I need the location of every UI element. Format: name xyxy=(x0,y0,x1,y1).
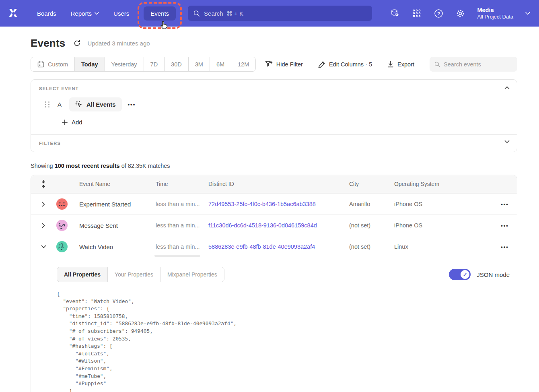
column-header-os: Operating System xyxy=(394,181,493,187)
collapse-row-chevron-down-icon[interactable] xyxy=(31,245,56,248)
pencil-icon xyxy=(318,61,325,68)
settings-gear-icon[interactable] xyxy=(455,8,465,18)
date-range-yesterday[interactable]: Yesterday xyxy=(105,57,144,71)
project-chevron-down-icon[interactable] xyxy=(525,12,530,15)
events-search-input[interactable] xyxy=(444,61,512,68)
mixpanel-logo[interactable]: X xyxy=(9,8,21,19)
event-selector-pill[interactable]: All Events xyxy=(69,97,122,111)
tab-all-properties[interactable]: All Properties xyxy=(57,267,107,282)
row-menu-button[interactable]: ••• xyxy=(493,244,517,250)
date-range-today[interactable]: Today xyxy=(74,57,105,71)
project-switcher[interactable]: Media All Project Data xyxy=(477,6,513,20)
table-row[interactable]: Experiment Started less than a min... 72… xyxy=(31,193,517,215)
data-management-icon[interactable] xyxy=(390,8,400,18)
select-event-section: SELECT EVENT A All Events xyxy=(31,80,517,134)
export-button[interactable]: Export xyxy=(387,61,414,68)
cell-time: less than a min... xyxy=(156,201,208,207)
tab-your-properties[interactable]: Your Properties xyxy=(107,267,160,282)
primary-nav: Boards Reports Users Events xyxy=(37,6,176,21)
project-name: Media xyxy=(477,6,513,14)
column-header-city: City xyxy=(349,181,394,187)
svg-text:?: ? xyxy=(437,11,440,16)
add-event-button[interactable]: Add xyxy=(62,119,82,126)
row-menu-button[interactable]: ••• xyxy=(493,201,517,207)
search-icon xyxy=(193,10,200,17)
date-range-30d[interactable]: 30D xyxy=(164,57,188,71)
horizontal-scrollbar-thumb[interactable] xyxy=(154,255,200,257)
calendar-icon xyxy=(37,61,44,68)
navbar-right-cluster: ? Media All Project Data xyxy=(390,6,530,20)
cell-distinct-id-link[interactable]: 5886283e-e9fb-48fb-81de-40e9093a2af4 xyxy=(208,243,349,250)
date-range-6m[interactable]: 6M xyxy=(210,57,231,71)
properties-tabs: All Properties Your Properties Mixpanel … xyxy=(57,267,224,282)
hand-cursor-icon xyxy=(160,21,169,30)
event-clause-row: A All Events ••• xyxy=(39,97,509,111)
toggle-check-icon: ✓ xyxy=(461,270,469,279)
last-updated-text: Updated 3 minutes ago xyxy=(87,40,150,47)
event-json-code: { "event": "Watch Video", "properties": … xyxy=(57,290,510,392)
chevron-down-icon xyxy=(95,12,99,15)
events-table: Event Name Time Distinct ID City Operati… xyxy=(31,175,517,392)
cell-city: (not set) xyxy=(349,243,394,250)
cell-event-name: Watch Video xyxy=(79,243,156,250)
select-event-label: SELECT EVENT xyxy=(39,86,509,91)
table-header-row: Event Name Time Distinct ID City Operati… xyxy=(31,175,517,193)
query-builder-panel: SELECT EVENT A All Events xyxy=(31,79,517,152)
collapse-section-chevron-up-icon[interactable] xyxy=(504,86,510,89)
collapse-all-rows-icon[interactable] xyxy=(31,180,56,188)
events-search[interactable] xyxy=(430,57,517,72)
selected-event-name: All Events xyxy=(86,101,116,108)
table-row-expanded[interactable]: Watch Video less than a min... 5886283e-… xyxy=(31,236,517,257)
nav-item-users[interactable]: Users xyxy=(113,7,129,20)
nav-item-reports[interactable]: Reports xyxy=(71,7,99,20)
cell-os: iPhone OS xyxy=(394,222,493,229)
global-search-input[interactable] xyxy=(204,10,366,17)
cell-os: Linux xyxy=(394,243,493,250)
tab-mixpanel-properties[interactable]: Mixpanel Properties xyxy=(160,267,224,282)
date-range-7d[interactable]: 7D xyxy=(144,57,165,71)
cell-distinct-id-link[interactable]: 72d49553-25fc-4f0c-b436-1b5ac6ab3388 xyxy=(208,201,349,207)
expand-row-chevron-right-icon[interactable] xyxy=(31,223,56,228)
edit-columns-button[interactable]: Edit Columns · 5 xyxy=(318,61,372,68)
row-menu-button[interactable]: ••• xyxy=(493,223,517,229)
event-sparkle-cursor-icon xyxy=(75,101,83,108)
refresh-button[interactable] xyxy=(73,39,81,47)
json-mode-toggle[interactable]: ✓ xyxy=(449,269,471,280)
cell-time: less than a min... xyxy=(156,243,208,250)
column-header-time: Time xyxy=(156,181,208,187)
event-avatar xyxy=(56,241,68,253)
column-header-distinct-id: Distinct ID xyxy=(208,181,349,187)
global-search[interactable] xyxy=(188,6,372,21)
expand-row-chevron-right-icon[interactable] xyxy=(31,202,56,207)
apps-grid-icon[interactable] xyxy=(412,8,422,18)
event-avatar xyxy=(56,219,68,231)
date-range-3m[interactable]: 3M xyxy=(188,57,210,71)
cell-distinct-id-link[interactable]: f11c30d6-dc6d-4518-9136-0d046159c84d xyxy=(208,222,349,229)
refresh-icon xyxy=(73,39,81,47)
event-more-button[interactable]: ••• xyxy=(128,101,136,107)
event-detail-panel: All Properties Your Properties Mixpanel … xyxy=(31,257,517,392)
top-navbar: X Boards Reports Users Events xyxy=(0,0,539,27)
json-mode-label: JSON mode xyxy=(477,271,510,278)
cell-city: Amarillo xyxy=(349,201,394,207)
page-title: Events xyxy=(31,37,65,50)
filters-label: FILTERS xyxy=(39,141,509,146)
nav-item-boards[interactable]: Boards xyxy=(37,7,56,20)
cell-os: iPhone OS xyxy=(394,201,493,207)
cell-city: (not set) xyxy=(349,222,394,229)
date-range-12m[interactable]: 12M xyxy=(231,57,255,71)
date-range-control: Custom Today Yesterday 7D 30D 3M 6M 12M xyxy=(31,57,256,72)
table-row[interactable]: Message Sent less than a min... f11c30d6… xyxy=(31,215,517,236)
plus-icon xyxy=(62,120,68,125)
filters-section-header[interactable]: FILTERS xyxy=(31,134,517,152)
expand-section-chevron-down-icon[interactable] xyxy=(504,140,510,143)
help-icon[interactable]: ? xyxy=(434,8,443,18)
date-range-custom[interactable]: Custom xyxy=(31,57,74,71)
event-avatar xyxy=(56,198,68,210)
search-icon xyxy=(434,61,440,68)
drag-handle[interactable] xyxy=(45,101,50,107)
filter-funnel-icon xyxy=(265,61,273,68)
hide-filter-button[interactable]: Hide Filter xyxy=(265,61,303,68)
nav-item-events[interactable]: Events xyxy=(144,6,176,21)
column-header-event-name: Event Name xyxy=(79,181,156,187)
